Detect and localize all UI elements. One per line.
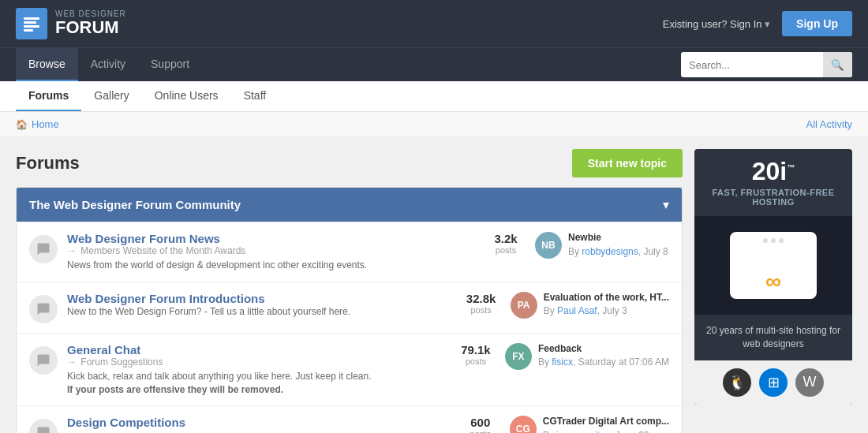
forum-name-4[interactable]: Design Competitions <box>67 416 185 429</box>
nav-bar: Browse Activity Support 🔍 <box>0 47 868 81</box>
page-title: Forums <box>16 153 80 174</box>
logo-area: WEB DESIGNER FORUM <box>16 8 126 39</box>
last-post-by-3: By fisicx, Saturday at 07:06 AM <box>538 356 669 368</box>
forum-desc-2: New to the Web Design Forum? - Tell us a… <box>67 305 452 319</box>
sign-up-button[interactable]: Sign Up <box>782 11 852 36</box>
linux-icon: 🐧 <box>723 368 751 397</box>
forum-name-1[interactable]: Web Designer Forum News <box>67 232 220 245</box>
forum-stats-label-1: posts <box>486 245 526 255</box>
nav-browse[interactable]: Browse <box>16 48 78 81</box>
search-box: 🔍 <box>681 52 852 77</box>
last-post-author-4[interactable]: jamesmaiton <box>556 430 610 433</box>
infinity-icon: ∞ <box>765 271 781 293</box>
forum-stats-label-3: posts <box>456 356 496 366</box>
forum-row: General Chat → Forum Suggestions Kick ba… <box>17 333 682 406</box>
forum-last-post-3: FX Feedback By fisicx, Saturday at 07:06… <box>505 343 669 370</box>
avatar-4: CG <box>510 416 537 433</box>
logo-text: WEB DESIGNER FORUM <box>55 9 126 37</box>
dot-2 <box>771 238 776 243</box>
forum-info-1: Web Designer Forum News → Members Websit… <box>67 232 477 272</box>
last-post-author-3[interactable]: fisicx <box>552 356 573 368</box>
forum-info-3: General Chat → Forum Suggestions Kick ba… <box>67 343 447 397</box>
forum-last-post-1: NB Newbie By robbydesigns, July 8 <box>535 232 669 259</box>
ad-icons-row: 🐧 ⊞ W <box>694 360 852 405</box>
svg-rect-0 <box>24 17 39 20</box>
ad-footer-text: 20 years of multi-site hosting for web d… <box>704 324 843 351</box>
forum-icon-3 <box>29 346 58 375</box>
ad-sidebar: 20i™ FAST, FRUSTRATION-FREE HOSTING ∞ <box>694 149 852 433</box>
breadcrumb: 🏠 Home <box>16 118 59 130</box>
forum-stats-label-4: posts <box>461 429 500 433</box>
ad-device: ∞ <box>730 232 817 299</box>
last-post-info-1: Newbie By robbydesigns, July 8 <box>568 232 668 257</box>
svg-rect-3 <box>24 29 33 32</box>
forum-desc-1: News from the world of design & developm… <box>67 259 477 272</box>
last-post-by-4: By jamesmaiton, June 22 <box>543 430 669 433</box>
ad-header: 20i™ FAST, FRUSTRATION-FREE HOSTING <box>694 149 852 216</box>
last-post-title-1: Newbie <box>568 232 668 244</box>
forum-icon-1 <box>29 235 58 263</box>
ad-tagline: FAST, FRUSTRATION-FREE HOSTING <box>704 188 843 207</box>
ad-logo: 20i™ <box>704 159 843 184</box>
subnav-staff[interactable]: Staff <box>231 81 279 111</box>
last-post-by-1: By robbydesigns, July 8 <box>568 246 668 257</box>
forum-sub-3: → Forum Suggestions <box>67 356 447 368</box>
ad-footer: 20 years of multi-site hosting for web d… <box>694 315 852 360</box>
dot-3 <box>779 238 784 243</box>
forum-stats-4: 600 posts <box>461 416 500 433</box>
forum-desc-3: Kick back, relax and talk about anything… <box>67 370 447 397</box>
last-post-info-2: Evaluation of the work, HT... By Paul As… <box>544 292 669 317</box>
breadcrumb-home[interactable]: Home <box>32 118 59 130</box>
forum-stats-count-4: 600 <box>461 416 500 429</box>
search-input[interactable] <box>681 59 823 71</box>
dot-1 <box>763 238 768 243</box>
last-post-title-4: CGTrader Digital Art comp... <box>543 416 669 428</box>
last-post-info-4: CGTrader Digital Art comp... By jamesmai… <box>543 416 669 433</box>
avatar-1: NB <box>535 232 562 259</box>
subnav-forums[interactable]: Forums <box>16 81 81 111</box>
svg-rect-1 <box>24 21 36 24</box>
nav-activity[interactable]: Activity <box>78 48 138 81</box>
forums-section: Forums Start new topic The Web Designer … <box>16 149 683 433</box>
subnav-gallery[interactable]: Gallery <box>81 81 141 111</box>
nav-links: Browse Activity Support <box>16 48 202 81</box>
forum-stats-1: 3.2k posts <box>486 232 526 255</box>
forum-icon-4 <box>29 419 58 433</box>
forum-stats-count-1: 3.2k <box>486 232 526 245</box>
forum-stats-count-2: 32.8k <box>462 292 501 305</box>
wordpress-icon: W <box>795 368 824 397</box>
forum-name-3[interactable]: General Chat <box>67 343 140 356</box>
logo-bottom-text: FORUM <box>55 18 126 37</box>
forum-stats-3: 79.1k posts <box>456 343 496 366</box>
forum-name-2[interactable]: Web Designer Forum Introductions <box>67 292 265 305</box>
forum-sub-1: → Members Website of the Month Awards <box>67 245 477 256</box>
nav-support[interactable]: Support <box>138 48 202 81</box>
forum-info-2: Web Designer Forum Introductions New to … <box>67 292 452 319</box>
expand-icon[interactable]: ▾ <box>663 197 669 212</box>
forum-row: Design Competitions 600 posts CG CGTrade… <box>17 405 682 433</box>
existing-user-label: Existing user? Sign In <box>663 18 762 30</box>
subnav-online-users[interactable]: Online Users <box>142 81 231 111</box>
svg-rect-2 <box>24 25 39 28</box>
header: WEB DESIGNER FORUM Existing user? Sign I… <box>0 0 868 47</box>
forum-row: Web Designer Forum News → Members Websit… <box>17 222 682 282</box>
sub-nav: Forums Gallery Online Users Staff <box>0 81 868 112</box>
start-topic-button[interactable]: Start new topic <box>572 149 683 177</box>
forum-last-post-4: CG CGTrader Digital Art comp... By james… <box>510 416 669 433</box>
breadcrumb-bar: 🏠 Home All Activity <box>0 112 868 137</box>
forums-header: Forums Start new topic <box>16 149 683 177</box>
last-post-title-3: Feedback <box>538 343 669 356</box>
last-post-info-3: Feedback By fisicx, Saturday at 07:06 AM <box>538 343 669 368</box>
search-button[interactable]: 🔍 <box>823 52 852 77</box>
last-post-title-2: Evaluation of the work, HT... <box>544 292 669 304</box>
forum-row: Web Designer Forum Introductions New to … <box>17 282 682 333</box>
last-post-author-1[interactable]: robbydesigns <box>582 246 638 257</box>
forum-icon-2 <box>29 295 58 323</box>
forum-group-title: The Web Designer Forum Community <box>29 198 241 211</box>
last-post-author-2[interactable]: Paul Asaf <box>557 305 597 316</box>
sign-in-link[interactable]: Existing user? Sign In ▾ <box>663 18 770 30</box>
ad-box: 20i™ FAST, FRUSTRATION-FREE HOSTING ∞ <box>694 149 852 405</box>
all-activity-link[interactable]: All Activity <box>806 118 852 130</box>
last-post-by-2: By Paul Asaf, July 3 <box>544 305 669 316</box>
main-layout: Forums Start new topic The Web Designer … <box>0 137 868 433</box>
